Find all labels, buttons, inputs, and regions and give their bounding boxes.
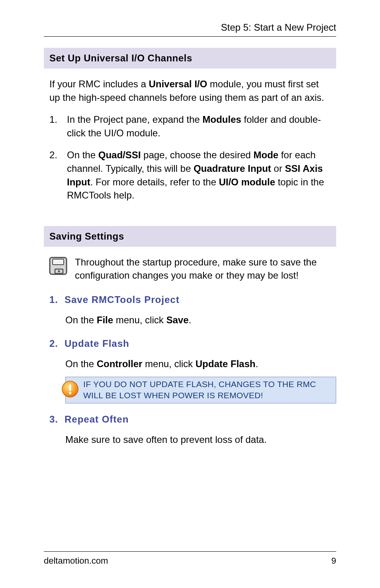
sub-body-repeat-often: Make sure to save often to prevent loss … [44, 433, 336, 446]
text-fragment: menu, click [142, 358, 195, 369]
page-header-title: Step 5: Start a New Project [44, 22, 336, 37]
bold-quadrature-input: Quadrature Input [194, 163, 271, 174]
subhead-title: Repeat Often [65, 414, 129, 425]
bold-modules: Modules [202, 114, 241, 125]
list-item-1: 1. In the Project pane, expand the Modul… [44, 113, 336, 140]
subhead-save-project: 1.Save RMCTools Project [44, 294, 336, 305]
list-number: 1. [49, 113, 67, 140]
list-text: In the Project pane, expand the Modules … [67, 113, 331, 140]
text-fragment: On the [65, 358, 97, 369]
text-fragment: If your RMC includes a [49, 79, 149, 89]
svg-rect-1 [53, 259, 64, 265]
svg-point-3 [58, 270, 60, 272]
subhead-number: 3. [49, 414, 65, 425]
list-number: 2. [49, 148, 67, 202]
footer-page-number: 9 [331, 556, 336, 566]
intro-paragraph: If your RMC includes a Universal I/O mod… [44, 77, 336, 104]
text-fragment: page, choose the desired [141, 149, 253, 160]
text-fragment: menu, click [113, 315, 166, 325]
subhead-number: 2. [49, 338, 65, 349]
sub-body-save-project: On the File menu, click Save. [44, 313, 336, 327]
bold-universal-io: Universal I/O [149, 79, 207, 89]
text-fragment: . [189, 315, 192, 325]
text-fragment: or [271, 163, 285, 174]
bold-update-flash: Update Flash [196, 358, 256, 369]
subhead-number: 1. [49, 294, 65, 305]
warning-callout-text: IF YOU DO NOT UPDATE FLASH, CHANGES TO T… [83, 379, 331, 401]
subhead-title: Save RMCTools Project [65, 294, 180, 305]
text-fragment: On the [67, 149, 98, 160]
text-fragment: On the [65, 315, 97, 325]
warning-callout: IF YOU DO NOT UPDATE FLASH, CHANGES TO T… [65, 377, 336, 403]
page-footer: deltamotion.com 9 [44, 551, 336, 566]
icon-text-row: Throughout the startup procedure, make s… [44, 256, 336, 282]
subhead-update-flash: 2.Update Flash [44, 338, 336, 349]
text-fragment: . For more details, refer to the [90, 177, 219, 187]
svg-point-6 [69, 392, 71, 394]
svg-rect-5 [69, 384, 71, 391]
text-fragment: In the Project pane, expand the [67, 114, 202, 125]
footer-url: deltamotion.com [44, 556, 108, 566]
bold-uio-module: UI/O module [219, 177, 275, 187]
bold-controller: Controller [97, 358, 143, 369]
subhead-title: Update Flash [65, 338, 129, 349]
saving-intro-text: Throughout the startup procedure, make s… [75, 256, 332, 282]
sub-body-update-flash: On the Controller menu, click Update Fla… [44, 357, 336, 371]
subhead-repeat-often: 3.Repeat Often [44, 414, 336, 425]
bold-save: Save [166, 315, 188, 325]
section-heading-universal-io: Set Up Universal I/O Channels [44, 48, 336, 69]
section-heading-saving-settings: Saving Settings [44, 226, 336, 247]
bold-file: File [97, 315, 113, 325]
warning-exclamation-icon [61, 380, 79, 400]
floppy-disk-icon [48, 256, 72, 278]
bold-mode: Mode [253, 149, 278, 160]
list-item-2: 2. On the Quad/SSI page, choose the desi… [44, 148, 336, 202]
bold-quad-ssi: Quad/SSI [98, 149, 141, 160]
text-fragment: . [255, 358, 258, 369]
list-text: On the Quad/SSI page, choose the desired… [67, 148, 331, 202]
